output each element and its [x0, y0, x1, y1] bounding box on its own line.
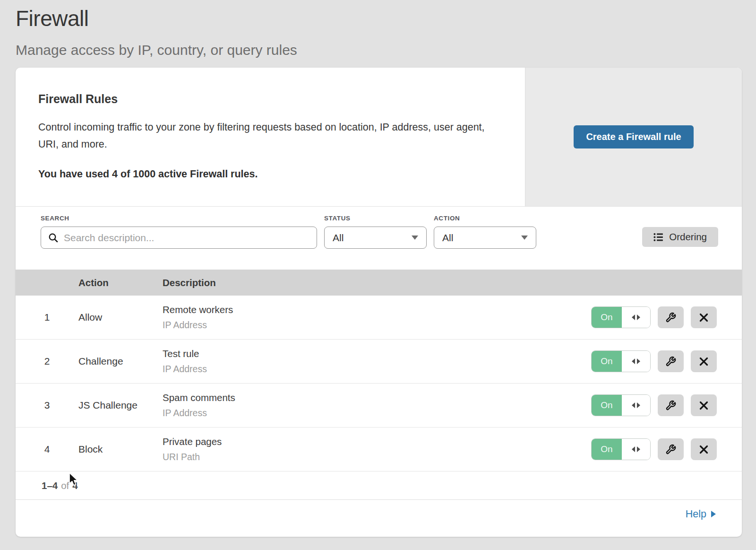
close-icon	[699, 401, 708, 410]
page-title: Firewall	[16, 6, 756, 31]
page-header: Firewall Manage access by IP, country, o…	[0, 0, 756, 58]
rule-priority: 3	[16, 400, 78, 411]
spacer	[536, 215, 642, 270]
rule-action: Challenge	[78, 356, 163, 367]
toggle-handle	[622, 351, 650, 372]
action-column-header: Action	[78, 277, 163, 288]
rule-action: Block	[78, 444, 163, 455]
delete-rule-button[interactable]	[691, 438, 717, 460]
rule-enabled-toggle[interactable]: On	[591, 350, 651, 372]
close-icon	[699, 445, 708, 454]
rule-description: Test rule	[163, 348, 591, 359]
search-group: SEARCH	[41, 215, 317, 270]
rule-field: IP Address	[163, 320, 591, 331]
arrow-left-icon	[632, 358, 635, 364]
wrench-icon	[665, 400, 676, 411]
rule-description: Private pages	[163, 436, 591, 447]
card-footer: Help	[16, 500, 742, 528]
toggle-handle	[622, 307, 650, 328]
ordering-button[interactable]: Ordering	[642, 227, 718, 247]
search-box	[41, 227, 317, 249]
arrow-left-icon	[632, 314, 635, 320]
close-icon	[699, 313, 708, 322]
rule-controls: On	[591, 394, 742, 416]
arrow-right-icon	[637, 314, 640, 320]
rule-priority: 1	[16, 312, 78, 323]
spacer	[427, 215, 434, 270]
rule-controls: On	[591, 438, 742, 460]
chevron-down-icon	[521, 236, 528, 240]
rule-field: IP Address	[163, 364, 591, 375]
edit-rule-button[interactable]	[658, 350, 684, 372]
table-header: Action Description	[16, 270, 742, 296]
status-select[interactable]: All	[324, 227, 427, 249]
rule-description: Spam comments	[163, 392, 591, 403]
action-label: ACTION	[434, 215, 536, 222]
filters-bar: SEARCH STATUS All ACTION All	[16, 207, 742, 270]
status-group: STATUS All	[324, 215, 427, 270]
wrench-icon	[665, 356, 676, 367]
arrow-left-icon	[632, 446, 635, 452]
status-label: STATUS	[324, 215, 427, 222]
chevron-down-icon	[412, 236, 418, 240]
status-select-value: All	[333, 232, 344, 244]
toggle-on-label: On	[592, 439, 622, 460]
intro-section: Firewall Rules Control incoming traffic …	[16, 68, 742, 207]
toggle-on-label: On	[592, 351, 622, 372]
help-link-label: Help	[686, 508, 706, 520]
table-row: 1 Allow Remote workers IP Address On	[16, 296, 742, 340]
rule-action: JS Challenge	[78, 400, 163, 411]
wrench-icon	[665, 444, 676, 455]
rule-enabled-toggle[interactable]: On	[591, 438, 651, 460]
search-label: SEARCH	[41, 215, 317, 222]
search-icon	[48, 233, 59, 243]
table-row: 3 JS Challenge Spam comments IP Address …	[16, 384, 742, 428]
rule-priority: 4	[16, 444, 78, 455]
action-group: ACTION All	[434, 215, 536, 270]
rule-field: URI Path	[163, 452, 591, 463]
pagination: 1–4 of 4	[16, 471, 742, 500]
intro-text-block: Firewall Rules Control incoming traffic …	[16, 68, 525, 206]
edit-rule-button[interactable]	[658, 438, 684, 460]
table-row: 4 Block Private pages URI Path On	[16, 428, 742, 471]
arrow-right-icon	[637, 446, 640, 452]
rule-priority: 2	[16, 356, 78, 367]
rule-description-cell: Private pages URI Path	[163, 436, 591, 463]
wrench-icon	[665, 312, 676, 323]
create-rule-panel: Create a Firewall rule	[525, 68, 742, 206]
arrow-right-icon	[637, 402, 640, 408]
action-select-value: All	[442, 232, 453, 244]
rule-enabled-toggle[interactable]: On	[591, 306, 651, 328]
arrow-right-icon	[711, 511, 716, 517]
description-column-header: Description	[163, 277, 742, 288]
search-input[interactable]	[41, 227, 317, 249]
table-row: 2 Challenge Test rule IP Address On	[16, 340, 742, 384]
delete-rule-button[interactable]	[691, 350, 717, 372]
firewall-rules-card: Firewall Rules Control incoming traffic …	[16, 68, 742, 537]
pagination-range: 1–4	[42, 480, 58, 491]
toggle-handle	[622, 395, 650, 416]
delete-rule-button[interactable]	[691, 306, 717, 328]
action-select[interactable]: All	[434, 227, 536, 249]
close-icon	[699, 357, 708, 366]
rule-controls: On	[591, 350, 742, 372]
pagination-total: 4	[72, 480, 77, 491]
delete-rule-button[interactable]	[691, 394, 717, 416]
ordered-list-icon	[653, 233, 663, 242]
ordering-button-label: Ordering	[669, 231, 707, 243]
spacer	[317, 215, 324, 270]
usage-summary: You have used 4 of 1000 active Firewall …	[38, 168, 497, 180]
rule-field: IP Address	[163, 408, 591, 419]
rule-description: Remote workers	[163, 304, 591, 315]
arrow-left-icon	[632, 402, 635, 408]
intro-heading: Firewall Rules	[38, 92, 497, 106]
toggle-handle	[622, 439, 650, 460]
help-link[interactable]: Help	[686, 508, 716, 520]
rule-enabled-toggle[interactable]: On	[591, 394, 651, 416]
edit-rule-button[interactable]	[658, 306, 684, 328]
edit-rule-button[interactable]	[658, 394, 684, 416]
create-firewall-rule-button[interactable]: Create a Firewall rule	[574, 125, 693, 148]
rule-description-cell: Spam comments IP Address	[163, 392, 591, 419]
arrow-right-icon	[637, 358, 640, 364]
intro-description: Control incoming traffic to your zone by…	[38, 119, 492, 153]
